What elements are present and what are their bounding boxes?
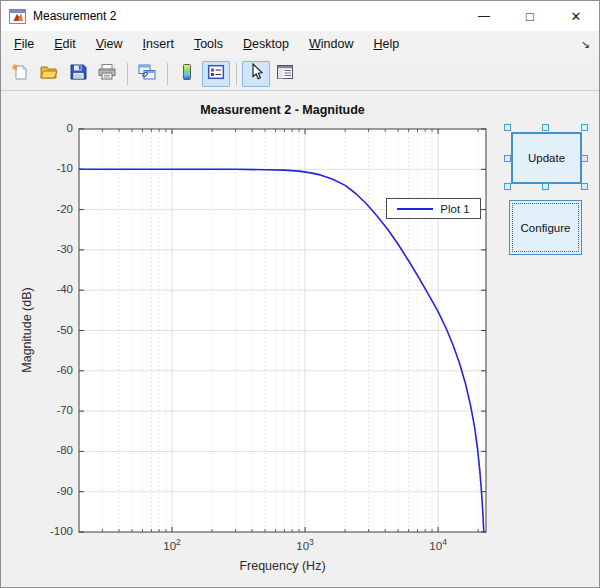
toolbar-separator xyxy=(167,63,168,85)
menubar: FileEditViewInsertToolsDesktopWindowHelp… xyxy=(1,31,599,58)
y-tick-label: 0 xyxy=(37,122,73,134)
menu-help[interactable]: Help xyxy=(363,33,409,56)
update-button-selection: Update xyxy=(504,124,589,190)
y-tick-label: -30 xyxy=(37,243,73,255)
app-icon xyxy=(9,9,26,24)
minimize-button[interactable]: — xyxy=(461,1,507,31)
toolbar-separator xyxy=(236,63,237,85)
close-button[interactable]: ✕ xyxy=(553,1,599,31)
open-file-icon xyxy=(39,63,59,85)
maximize-button[interactable]: □ xyxy=(507,1,553,31)
save-figure-button[interactable] xyxy=(64,61,92,87)
legend-label: Plot 1 xyxy=(440,203,469,215)
selection-handle[interactable] xyxy=(581,155,588,162)
selection-handle[interactable] xyxy=(504,155,511,162)
new-figure-button[interactable] xyxy=(6,61,34,87)
menu-edit[interactable]: Edit xyxy=(44,33,86,56)
menu-file[interactable]: File xyxy=(4,33,44,56)
y-tick-label: -60 xyxy=(37,364,73,376)
insert-colorbar-icon xyxy=(177,63,197,85)
toolbar-separator xyxy=(127,63,128,85)
edit-plot-button[interactable] xyxy=(242,61,270,87)
selection-handle[interactable] xyxy=(581,183,588,190)
figure-canvas: Measurement 2 - Magnitude Frequency (Hz)… xyxy=(1,91,599,587)
menu-desktop[interactable]: Desktop xyxy=(233,33,299,56)
insert-legend-button[interactable] xyxy=(202,61,230,87)
menu-tools[interactable]: Tools xyxy=(184,33,233,56)
open-file-button[interactable] xyxy=(35,61,63,87)
selection-handle[interactable] xyxy=(542,124,549,131)
y-tick-label: -10 xyxy=(37,162,73,174)
legend[interactable]: Plot 1 xyxy=(386,198,481,219)
property-inspector-icon xyxy=(275,63,295,85)
menu-window[interactable]: Window xyxy=(299,33,363,56)
chart-title: Measurement 2 - Magnitude xyxy=(79,103,486,117)
link-plot-icon xyxy=(137,63,157,85)
selection-handle[interactable] xyxy=(504,183,511,190)
new-figure-icon xyxy=(10,63,30,85)
print-figure-icon xyxy=(97,63,117,85)
property-inspector-button[interactable] xyxy=(271,61,299,87)
menu-view[interactable]: View xyxy=(86,33,133,56)
y-tick-label: -70 xyxy=(37,404,73,416)
x-axis-label: Frequency (Hz) xyxy=(79,559,486,573)
window-controls: — □ ✕ xyxy=(461,1,599,31)
x-tick-label: 103 xyxy=(285,537,325,552)
x-tick-label: 104 xyxy=(418,537,458,552)
y-tick-label: -90 xyxy=(37,485,73,497)
figure-window: Measurement 2 — □ ✕ FileEditViewInsertTo… xyxy=(0,0,600,588)
toolbar xyxy=(1,58,599,91)
insert-legend-icon xyxy=(206,63,226,85)
y-tick-label: -40 xyxy=(37,283,73,295)
selection-handle[interactable] xyxy=(542,183,549,190)
y-tick-label: -80 xyxy=(37,444,73,456)
window-title: Measurement 2 xyxy=(33,9,116,23)
y-tick-label: -50 xyxy=(37,324,73,336)
update-button[interactable]: Update xyxy=(511,132,582,184)
x-tick-label: 102 xyxy=(152,537,192,552)
titlebar: Measurement 2 — □ ✕ xyxy=(1,1,599,31)
y-tick-label: -20 xyxy=(37,203,73,215)
dock-figure-icon[interactable]: ↘ xyxy=(581,38,599,51)
link-plot-button[interactable] xyxy=(133,61,161,87)
menu-insert[interactable]: Insert xyxy=(133,33,184,56)
edit-plot-icon xyxy=(246,63,266,85)
y-axis-label: Magnitude (dB) xyxy=(20,287,34,372)
print-figure-button[interactable] xyxy=(93,61,121,87)
selection-handle[interactable] xyxy=(581,124,588,131)
legend-line-sample xyxy=(397,208,433,210)
save-figure-icon xyxy=(68,63,88,85)
configure-button[interactable]: Configure xyxy=(509,200,582,255)
menu-items: FileEditViewInsertToolsDesktopWindowHelp xyxy=(4,33,409,56)
y-tick-label: -100 xyxy=(37,525,73,537)
selection-handle[interactable] xyxy=(504,124,511,131)
insert-colorbar-button[interactable] xyxy=(173,61,201,87)
